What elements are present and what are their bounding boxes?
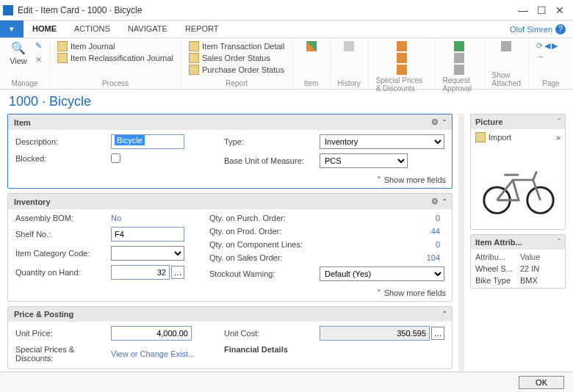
special-prices-label: Special Prices & Discounts: bbox=[15, 345, 111, 363]
tab-home[interactable]: HOME bbox=[24, 21, 65, 37]
financial-details-link[interactable]: Financial Details bbox=[224, 345, 320, 354]
history-button[interactable] bbox=[338, 41, 360, 51]
main-content: Item ⚙ ˆ Description: Bicycle Blocked: bbox=[7, 114, 453, 371]
item-transaction-detail-button[interactable]: Item Transaction Detail bbox=[189, 41, 285, 51]
assembly-bom-value[interactable]: No bbox=[111, 214, 121, 222]
user-name-link[interactable]: Olof Simren ? bbox=[502, 21, 573, 37]
ribbon-group-approval: Request Approval bbox=[435, 38, 484, 89]
item-attributes-header[interactable]: Item Attrib... ˆ bbox=[471, 235, 565, 250]
prices-btn-1[interactable] bbox=[397, 41, 407, 51]
chevron-up-icon[interactable]: ˆ bbox=[443, 197, 446, 206]
category-label: Item Category Code: bbox=[15, 249, 111, 258]
view-button[interactable]: 🔍 View bbox=[7, 41, 29, 65]
qty-comp-value[interactable]: 0 bbox=[320, 240, 444, 249]
baseuom-select[interactable]: PCS bbox=[320, 153, 408, 168]
description-field[interactable]: Bicycle bbox=[111, 134, 184, 149]
picture-panel-title: Picture bbox=[475, 117, 558, 126]
show-more-fields-item[interactable]: ˅Show more fields bbox=[8, 174, 452, 188]
history-icon bbox=[344, 41, 354, 51]
user-name-label: Olof Simren bbox=[510, 25, 552, 34]
approve-icon bbox=[454, 41, 464, 51]
ribbon-group-prices: Special Prices & Discounts bbox=[369, 38, 436, 89]
qty-purch-label: Qty. on Purch. Order: bbox=[209, 214, 320, 222]
shelf-label: Shelf No.: bbox=[15, 230, 111, 239]
item-picture bbox=[475, 145, 562, 226]
approval-btn-3[interactable] bbox=[454, 65, 464, 75]
fasttab-inventory-header[interactable]: Inventory ⚙ ˆ bbox=[8, 194, 452, 209]
main-scrollbar[interactable] bbox=[458, 114, 464, 371]
gear-icon[interactable]: ⚙ bbox=[431, 197, 439, 206]
tab-navigate[interactable]: NAVIGATE bbox=[119, 21, 176, 37]
footer: OK bbox=[0, 371, 573, 392]
help-icon[interactable]: ? bbox=[555, 24, 566, 35]
special-prices-link[interactable]: View or Change Exist... bbox=[111, 349, 195, 358]
purchase-order-status-button[interactable]: Purchase Order Status bbox=[189, 65, 285, 75]
unitcost-lookup-button[interactable]: … bbox=[431, 327, 444, 340]
approval-icon bbox=[454, 65, 464, 75]
qty-prod-value[interactable]: 44 bbox=[320, 227, 444, 236]
show-more-fields-inventory[interactable]: ˅Show more fields bbox=[8, 287, 452, 301]
chevron-up-icon[interactable]: ˆ bbox=[443, 118, 446, 127]
attrib-col-attribute: Attribu... bbox=[475, 253, 516, 261]
blocked-checkbox[interactable] bbox=[111, 153, 120, 163]
ribbon-group-report: Item Transaction Detail Sales Order Stat… bbox=[181, 38, 293, 89]
window-title: Edit - Item Card - 1000 · Bicycle bbox=[18, 5, 518, 15]
chevron-up-icon[interactable]: ˆ bbox=[443, 310, 446, 319]
chevron-up-icon[interactable]: ˆ bbox=[558, 117, 561, 126]
attrib-row-key: Wheel S... bbox=[475, 264, 516, 273]
item-journal-button[interactable]: Item Journal bbox=[57, 41, 173, 51]
ribbon-process-label: Process bbox=[102, 79, 129, 87]
ribbon-group-item: Item bbox=[293, 38, 331, 89]
document-icon bbox=[189, 41, 199, 51]
approval-btn-2[interactable] bbox=[454, 53, 464, 63]
fasttab-item-header[interactable]: Item ⚙ ˆ bbox=[8, 115, 452, 130]
qty-hand-lookup-button[interactable]: … bbox=[171, 266, 184, 279]
qty-purch-value[interactable]: 0 bbox=[320, 214, 444, 222]
stockout-select[interactable]: Default (Yes) bbox=[320, 266, 444, 281]
unitprice-field[interactable] bbox=[111, 326, 192, 341]
unitcost-label: Unit Cost: bbox=[224, 329, 320, 338]
prev-icon[interactable]: ◀ bbox=[544, 41, 550, 51]
import-label: Import bbox=[489, 133, 511, 142]
baseuom-label: Base Unit of Measure: bbox=[224, 156, 320, 165]
document-icon bbox=[475, 132, 486, 142]
close-icon[interactable]: ✕ bbox=[555, 4, 564, 16]
import-button[interactable]: Import » bbox=[475, 132, 561, 142]
item-button[interactable] bbox=[300, 41, 322, 51]
edit-icon[interactable]: ✎ bbox=[35, 41, 42, 51]
fasttab-inventory: Inventory ⚙ ˆ Assembly BOM:No Shelf No.:… bbox=[7, 193, 453, 302]
unitcost-field[interactable] bbox=[320, 326, 430, 341]
sales-order-status-button[interactable]: Sales Order Status bbox=[189, 53, 285, 63]
picture-panel-header[interactable]: Picture ˆ bbox=[471, 115, 565, 129]
next-icon[interactable]: ▶ bbox=[552, 41, 558, 51]
prices-btn-2[interactable] bbox=[397, 53, 407, 63]
tab-actions[interactable]: ACTIONS bbox=[65, 21, 119, 37]
tab-report[interactable]: REPORT bbox=[176, 21, 228, 37]
approval-btn-1[interactable] bbox=[454, 41, 464, 51]
ok-button[interactable]: OK bbox=[519, 376, 564, 389]
discount-icon bbox=[397, 65, 407, 75]
attrib-row-value: 22 IN bbox=[520, 264, 561, 273]
type-select[interactable]: Inventory bbox=[320, 134, 444, 149]
ribbon-group-attached: Show Attached bbox=[485, 38, 529, 89]
refresh-icon[interactable]: ⟳ bbox=[536, 41, 543, 51]
attrib-col-value: Value bbox=[520, 253, 561, 261]
minimize-icon[interactable]: — bbox=[518, 4, 528, 16]
workspace: Item ⚙ ˆ Description: Bicycle Blocked: bbox=[0, 111, 573, 371]
gear-icon[interactable]: ⚙ bbox=[431, 117, 439, 127]
qty-sales-value[interactable]: 104 bbox=[320, 253, 444, 262]
application-tab[interactable]: ▾ bbox=[0, 21, 24, 37]
description-label: Description: bbox=[15, 137, 111, 146]
qty-hand-field[interactable] bbox=[111, 265, 170, 280]
stockout-label: Stockout Warning: bbox=[209, 269, 320, 278]
fasttab-price-header[interactable]: Price & Posting ˆ bbox=[8, 307, 452, 322]
maximize-icon[interactable]: ☐ bbox=[537, 4, 547, 16]
delete-icon[interactable]: ✕ bbox=[35, 55, 42, 65]
show-attached-button[interactable] bbox=[495, 41, 517, 51]
goto-icon[interactable]: → bbox=[536, 52, 544, 61]
prices-btn-3[interactable] bbox=[397, 65, 407, 75]
shelf-field[interactable] bbox=[111, 227, 184, 242]
item-reclass-journal-button[interactable]: Item Reclassification Journal bbox=[57, 53, 173, 63]
category-select[interactable] bbox=[111, 246, 184, 261]
chevron-up-icon[interactable]: ˆ bbox=[558, 238, 561, 247]
